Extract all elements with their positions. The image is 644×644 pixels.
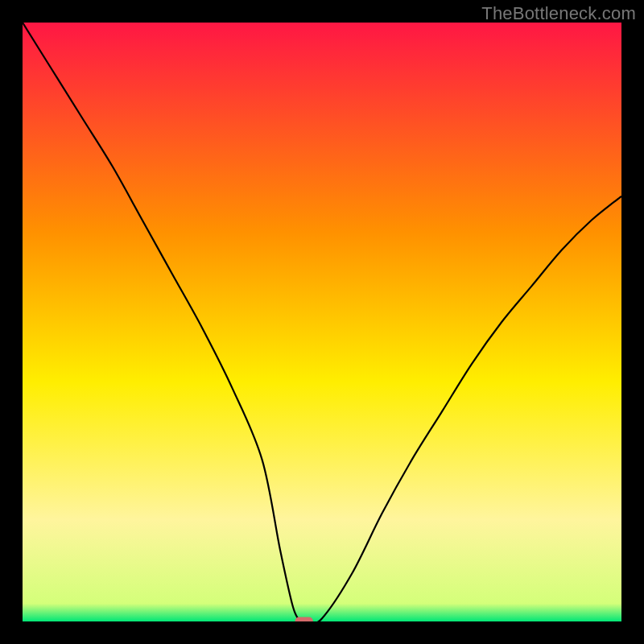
chart-svg	[23, 23, 621, 621]
chart-frame: TheBottleneck.com	[0, 0, 644, 644]
watermark-text: TheBottleneck.com	[481, 3, 636, 24]
min-marker	[295, 617, 313, 621]
chart-background	[23, 23, 621, 621]
plot-area	[23, 23, 621, 621]
